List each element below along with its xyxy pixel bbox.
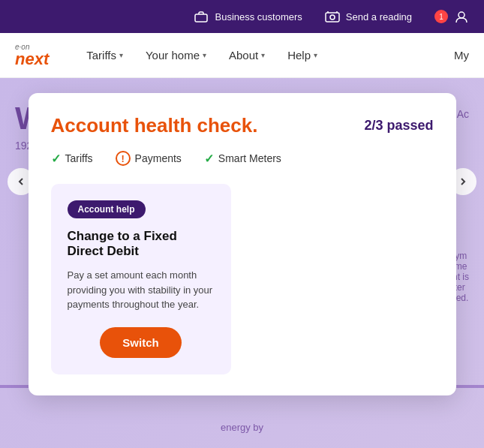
modal-title: Account health check. (51, 114, 258, 137)
account-icon (454, 9, 469, 24)
modal-score: 2/3 passed (364, 118, 433, 134)
nav-about-label: About (229, 49, 258, 62)
check-tariffs-label: Tariffs (65, 152, 93, 164)
business-customers-link[interactable]: Business customers (194, 9, 302, 24)
notifications-link[interactable]: 1 (434, 9, 469, 24)
modal-overlay: Account health check. 2/3 passed ✓ Tarif… (0, 78, 484, 448)
logo: e·on next (15, 44, 49, 68)
nav-tariffs[interactable]: Tariffs ▾ (86, 49, 123, 62)
modal-checks: ✓ Tariffs ! Payments ✓ Smart Meters (51, 151, 434, 166)
nav-help[interactable]: Help ▾ (287, 49, 317, 62)
notification-badge: 1 (434, 10, 448, 23)
nav-tariffs-label: Tariffs (86, 49, 116, 62)
switch-button[interactable]: Switch (100, 327, 181, 358)
meter-icon (325, 9, 340, 24)
account-help-card: Account help Change to a Fixed Direct De… (51, 184, 231, 374)
chevron-down-icon: ▾ (261, 51, 265, 59)
briefcase-icon (194, 9, 209, 24)
card-title: Change to a Fixed Direct Debit (68, 229, 215, 259)
chevron-down-icon: ▾ (119, 51, 123, 59)
check-smart-meters-label: Smart Meters (218, 152, 281, 164)
top-bar: Business customers Send a reading 1 (0, 0, 484, 33)
svg-point-3 (458, 12, 464, 18)
nav-my[interactable]: My (454, 49, 469, 62)
account-help-badge: Account help (68, 200, 146, 218)
chevron-down-icon: ▾ (203, 51, 206, 59)
chevron-down-icon: ▾ (314, 51, 317, 59)
nav-help-label: Help (287, 49, 311, 62)
checkmark-icon: ✓ (204, 152, 214, 166)
checkmark-icon: ✓ (51, 152, 61, 166)
nav-about[interactable]: About ▾ (229, 49, 265, 62)
send-reading-label: Send a reading (346, 11, 412, 23)
check-payments-label: Payments (135, 152, 182, 164)
nav-my-label: My (454, 49, 469, 62)
warning-icon: ! (116, 151, 131, 166)
business-customers-label: Business customers (215, 11, 302, 23)
nav-your-home[interactable]: Your home ▾ (146, 49, 206, 62)
check-payments: ! Payments (116, 151, 182, 166)
check-smart-meters: ✓ Smart Meters (204, 152, 281, 166)
health-check-modal: Account health check. 2/3 passed ✓ Tarif… (29, 93, 456, 395)
send-reading-link[interactable]: Send a reading (325, 9, 412, 24)
modal-header: Account health check. 2/3 passed (51, 114, 434, 137)
svg-rect-0 (195, 14, 207, 22)
svg-point-2 (330, 15, 335, 20)
check-tariffs: ✓ Tariffs (51, 152, 93, 166)
svg-rect-1 (326, 13, 339, 22)
logo-next: next (15, 51, 49, 68)
card-description: Pay a set amount each month providing yo… (68, 268, 215, 312)
nav-bar: e·on next Tariffs ▾ Your home ▾ About ▾ … (0, 33, 484, 78)
nav-your-home-label: Your home (146, 49, 200, 62)
